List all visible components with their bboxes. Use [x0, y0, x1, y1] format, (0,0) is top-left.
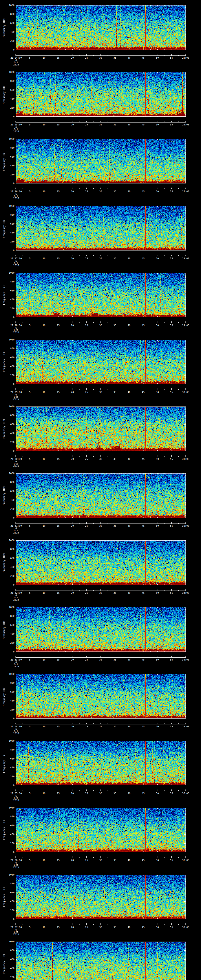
x-tick-label: 30: [99, 124, 102, 126]
date-year: 2016: [13, 732, 19, 735]
x-tick-label: 25: [85, 792, 88, 795]
x-tick-label: 50: [156, 725, 159, 728]
y-tick-label: 1000: [0, 205, 14, 207]
x-tick-label: 55: [170, 525, 173, 527]
x-tick-label: 35: [113, 124, 116, 126]
x-tick-label: 50: [156, 57, 159, 59]
spectrogram-panel: Frequency (Hz) 21:24:00 25:00 6 Oct 2016…: [0, 5, 201, 72]
x-tick-label: 15: [57, 124, 59, 126]
y-tick-label: 0: [0, 650, 14, 653]
x-tick-label: 15: [57, 57, 59, 59]
date-year: 2016: [13, 665, 19, 668]
x-tick-label: 5: [29, 124, 30, 126]
y-tick-label: 1000: [0, 539, 14, 542]
x-tick-label: 45: [142, 458, 145, 460]
x-axis-start-time: 21:36:00: [10, 859, 22, 861]
y-tick-label: 200: [0, 40, 14, 42]
x-tick-label: 40: [128, 257, 130, 260]
x-tick-label: 30: [99, 391, 102, 393]
x-tick-label: 40: [128, 57, 130, 59]
y-axis-title: Frequency (Hz): [3, 887, 5, 907]
y-tick-label: 0: [0, 517, 14, 519]
x-tick-label: 10: [43, 458, 45, 460]
y-tick-label: 0: [0, 249, 14, 252]
x-tick-label: 35: [113, 659, 116, 661]
y-tick-label: 600: [0, 624, 14, 627]
x-tick-label: 5: [29, 257, 30, 260]
x-tick-label: 35: [113, 926, 116, 929]
y-tick-label: 800: [0, 13, 14, 16]
spectrogram-image: [16, 607, 186, 652]
y-tick-label: 400: [0, 499, 14, 501]
x-tick-label: 35: [113, 592, 116, 594]
x-tick-label: 5: [29, 324, 30, 326]
y-axis-title: Frequency (Hz): [3, 552, 5, 572]
spectrogram-panel: Frequency (Hz) 21:36:00 37:00 6 Oct 2016…: [0, 808, 201, 875]
x-tick-label: 55: [170, 458, 173, 460]
x-tick-label: 50: [156, 792, 159, 795]
y-tick-label: 200: [0, 909, 14, 912]
x-tick-label: 15: [57, 859, 59, 861]
y-tick-label: 400: [0, 231, 14, 234]
x-axis-end-time: 36:00: [182, 792, 189, 795]
x-tick-label: 5: [29, 792, 30, 795]
x-tick-label: 35: [113, 859, 116, 861]
y-tick-label: 600: [0, 156, 14, 158]
x-tick-label: 40: [128, 926, 130, 929]
x-tick-label: 45: [142, 190, 145, 192]
y-tick-label: 600: [0, 423, 14, 426]
x-tick-label: 45: [142, 324, 145, 326]
y-tick-label: 0: [0, 717, 14, 720]
x-tick-label: 5: [29, 190, 30, 192]
y-tick-label: 1000: [0, 272, 14, 274]
time-axis: [16, 254, 186, 256]
x-tick-label: 25: [85, 859, 88, 861]
x-tick-label: 25: [85, 190, 88, 192]
y-tick-label: 400: [0, 900, 14, 903]
x-axis-start-time: 21:34:00: [10, 725, 22, 728]
x-tick-label: 40: [128, 725, 130, 728]
x-tick-label: 20: [71, 792, 73, 795]
x-tick-label: 35: [113, 525, 116, 527]
x-tick-label: 10: [43, 926, 45, 929]
x-tick-label: 20: [71, 859, 73, 861]
x-axis-start-time: 21:27:00: [10, 257, 22, 260]
x-tick-label: 40: [128, 391, 130, 393]
y-tick-label: 600: [0, 22, 14, 24]
x-tick-label: 45: [142, 57, 145, 59]
x-axis-end-time: 31:00: [182, 458, 189, 460]
y-tick-label: 400: [0, 97, 14, 100]
y-axis-title: Frequency (Hz): [3, 285, 5, 305]
x-tick-label: 35: [113, 792, 116, 795]
x-tick-label: 20: [71, 57, 73, 59]
y-tick-label: 800: [0, 615, 14, 617]
y-tick-label: 600: [0, 289, 14, 292]
spectrogram-panel: Frequency (Hz) 21:33:00 34:00 6 Oct 2016…: [0, 607, 201, 674]
time-axis: [16, 187, 186, 189]
y-tick-label: 200: [0, 842, 14, 845]
spectrogram-image: [16, 407, 186, 451]
date-year: 2016: [13, 933, 19, 935]
x-tick-label: 5: [29, 391, 30, 393]
x-tick-label: 5: [29, 859, 30, 861]
x-tick-label: 35: [113, 725, 116, 728]
time-axis: [16, 655, 186, 658]
x-tick-label: 30: [99, 190, 102, 192]
y-axis-title: Frequency (Hz): [3, 954, 5, 974]
x-tick-label: 55: [170, 57, 173, 59]
time-axis: [16, 120, 186, 123]
x-tick-label: 25: [85, 458, 88, 460]
x-tick-label: 20: [71, 926, 73, 929]
x-tick-label: 15: [57, 525, 59, 527]
x-tick-label: 55: [170, 926, 173, 929]
x-tick-label: 45: [142, 725, 145, 728]
y-tick-label: 400: [0, 365, 14, 368]
y-tick-label: 800: [0, 481, 14, 484]
x-axis-start-time: 21:28:00: [10, 324, 22, 326]
x-tick-label: 40: [128, 525, 130, 527]
x-tick-label: 20: [71, 592, 73, 594]
x-tick-label: 55: [170, 190, 173, 192]
x-tick-label: 5: [29, 725, 30, 728]
spectrogram-panel: Frequency (Hz) 21:37:00 38:00 6 Oct 2016…: [0, 875, 201, 942]
time-axis: [16, 53, 186, 56]
